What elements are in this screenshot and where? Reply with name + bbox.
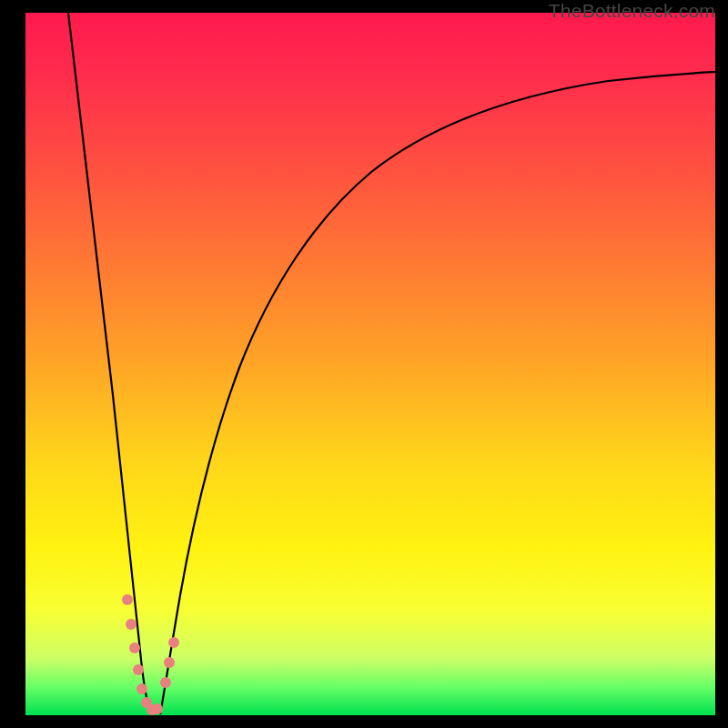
svg-point-8 [160, 677, 171, 688]
attribution-text: TheBottleneck.com [549, 0, 715, 22]
svg-point-10 [168, 637, 179, 648]
curve-left-branch [68, 13, 151, 714]
svg-point-0 [122, 594, 133, 605]
svg-point-4 [136, 683, 147, 694]
marker-dots-right [160, 637, 179, 688]
curve-right-branch [160, 72, 715, 714]
marker-dots-left [122, 594, 163, 715]
chart-plot-area [25, 13, 715, 715]
svg-point-2 [129, 642, 140, 653]
svg-point-9 [164, 657, 175, 668]
svg-point-3 [133, 664, 144, 675]
chart-frame: TheBottleneck.com [0, 0, 728, 728]
svg-point-1 [126, 619, 136, 630]
chart-curves-svg [25, 13, 715, 715]
svg-point-7 [152, 703, 163, 714]
